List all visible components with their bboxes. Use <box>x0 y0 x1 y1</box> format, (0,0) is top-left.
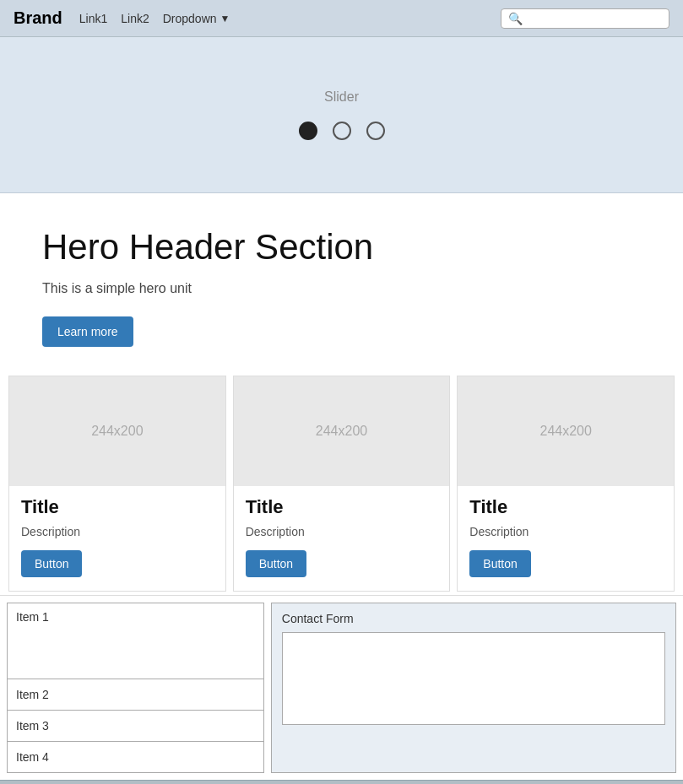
contact-form-panel: Contact Form <box>271 603 676 773</box>
card-2-image: 244x200 <box>234 376 450 486</box>
card-2-button[interactable]: Button <box>246 550 306 577</box>
card-1-title: Title <box>9 496 225 518</box>
list-item-4-label: Item 4 <box>16 750 49 764</box>
list-item-1-label: Item 1 <box>16 610 255 624</box>
search-input[interactable] <box>526 12 662 25</box>
navbar-dropdown-label: Dropdown <box>163 12 217 25</box>
navbar: Brand Link1 Link2 Dropdown ▼ 🔍 <box>0 0 683 37</box>
card-3: 244x200 Title Description Button <box>457 376 675 592</box>
cards-section: 244x200 Title Description Button 244x200… <box>0 372 683 595</box>
list-item-3[interactable]: Item 3 <box>8 711 263 742</box>
card-1: 244x200 Title Description Button <box>8 376 226 592</box>
slider-dot-3[interactable] <box>366 122 385 140</box>
hero-section: Hero Header Section This is a simple her… <box>0 193 683 372</box>
card-1-description: Description <box>9 525 225 538</box>
card-3-title: Title <box>458 496 674 518</box>
navbar-link-1[interactable]: Link1 <box>79 12 107 25</box>
navbar-search-container: 🔍 <box>501 8 669 29</box>
list-panel: Item 1 Item 2 Item 3 Item 4 <box>7 603 264 773</box>
card-2-description: Description <box>234 525 450 538</box>
slider-dot-1[interactable] <box>299 122 317 140</box>
slider-dot-2[interactable] <box>333 122 351 140</box>
navbar-brand[interactable]: Brand <box>14 8 62 28</box>
card-1-button[interactable]: Button <box>21 550 82 577</box>
search-icon: 🔍 <box>508 12 523 25</box>
learn-more-button[interactable]: Learn more <box>42 316 133 347</box>
contact-form-textarea[interactable] <box>282 632 665 725</box>
contact-form-title: Contact Form <box>282 612 665 625</box>
bottom-section: Item 1 Item 2 Item 3 Item 4 Contact Form <box>0 595 683 780</box>
footer-section: Footer Section <box>0 780 683 784</box>
list-item-2-label: Item 2 <box>16 688 49 701</box>
list-item-2[interactable]: Item 2 <box>8 679 263 711</box>
navbar-dropdown[interactable]: Dropdown ▼ <box>163 12 230 25</box>
card-2-title: Title <box>234 496 450 518</box>
chevron-down-icon: ▼ <box>220 13 230 24</box>
slider-dots <box>299 122 385 140</box>
list-item-1-expanded[interactable]: Item 1 <box>8 603 263 679</box>
card-3-description: Description <box>458 525 674 538</box>
card-3-button[interactable]: Button <box>469 550 530 577</box>
card-1-image: 244x200 <box>9 376 225 486</box>
hero-subtitle: This is a simple hero unit <box>42 281 641 296</box>
list-item-3-label: Item 3 <box>16 719 49 733</box>
hero-title: Hero Header Section <box>42 227 641 268</box>
slider-section: Slider <box>0 37 683 193</box>
list-item-4[interactable]: Item 4 <box>8 742 263 772</box>
card-3-image: 244x200 <box>458 376 674 486</box>
navbar-link-2[interactable]: Link2 <box>121 12 149 25</box>
card-2: 244x200 Title Description Button <box>233 376 451 592</box>
slider-label: Slider <box>324 89 359 105</box>
